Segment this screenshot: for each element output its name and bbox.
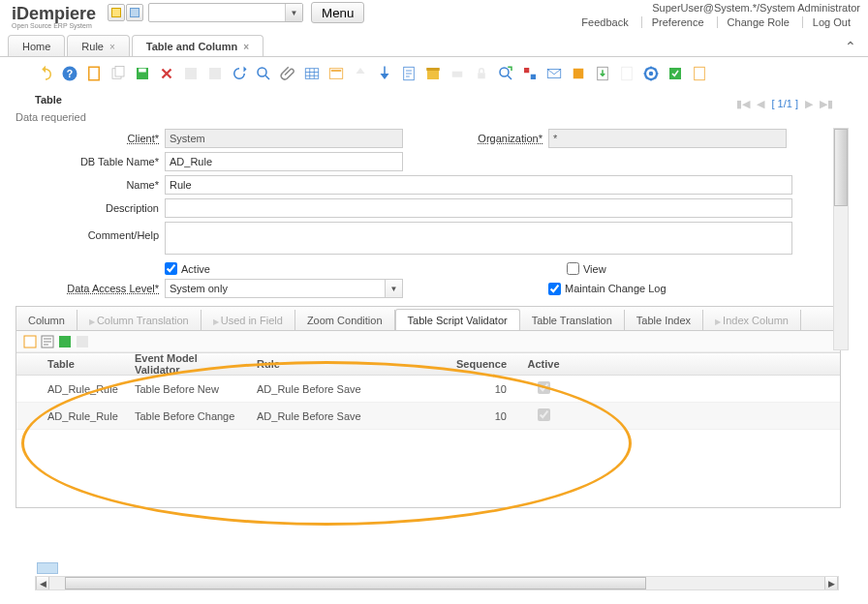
grid-edit-icon[interactable] (40, 334, 55, 349)
subtab-col-trans[interactable]: ▶Column Translation (78, 310, 202, 330)
first-record-icon[interactable]: ▮◀ (736, 97, 750, 110)
lock-icon[interactable] (471, 63, 492, 84)
subtab-zoom[interactable]: Zoom Condition (295, 310, 395, 330)
link-feedback[interactable]: Feedback (572, 16, 637, 28)
report-icon[interactable] (398, 63, 419, 84)
subtab-tbl-trans[interactable]: Table Translation (520, 310, 625, 330)
import-icon[interactable] (616, 63, 637, 84)
link-preference[interactable]: Preference (641, 16, 714, 28)
archive-icon[interactable] (422, 63, 444, 84)
copy-icon[interactable] (108, 63, 129, 84)
grid-delete-icon[interactable] (75, 334, 90, 349)
dropdown-arrow-icon: ▼ (385, 280, 402, 297)
active-cell-checkbox (538, 381, 550, 394)
active-checkbox[interactable] (165, 262, 177, 275)
user-info: SuperUser@System.*/System Administrator (572, 2, 860, 14)
status-message: Data requeried (0, 107, 868, 129)
product-icon[interactable] (568, 63, 589, 84)
record-nav: ▮◀ ◀ [ 1/1 ] ▶ ▶▮ (736, 97, 833, 110)
subtab-idx-col[interactable]: ▶Index Column (703, 310, 801, 330)
dal-label: Data Access Level (67, 283, 159, 294)
close-icon[interactable]: × (243, 42, 249, 52)
tab-table-column[interactable]: Table and Column× (132, 35, 264, 56)
process-icon[interactable] (640, 63, 662, 84)
grid-new-icon[interactable] (22, 334, 38, 349)
subtab-validator[interactable]: Table Script Validator (395, 309, 520, 331)
delete-icon[interactable] (156, 63, 177, 84)
new-note-button[interactable] (108, 4, 125, 21)
svg-rect-7 (185, 68, 197, 79)
svg-rect-33 (77, 336, 88, 347)
parent-icon[interactable] (350, 63, 371, 84)
active-wf-icon[interactable] (519, 63, 541, 84)
subtab-column[interactable]: Column (16, 310, 78, 330)
client-field: System (165, 129, 403, 148)
quick-search-dropdown[interactable]: ▼ (148, 3, 303, 22)
refresh-icon[interactable] (229, 63, 250, 84)
table-row[interactable]: AD_Rule_Rule Table Before Change AD_Rule… (16, 403, 840, 430)
customize-icon[interactable] (665, 63, 686, 84)
svg-rect-29 (695, 67, 705, 80)
export-icon[interactable] (592, 63, 613, 84)
link-change-role[interactable]: Change Role (717, 16, 799, 28)
collapse-icon[interactable]: ⌃ (845, 39, 856, 54)
detail-icon[interactable] (326, 63, 347, 84)
dbtable-label: DB Table Name (80, 156, 159, 167)
svg-rect-30 (24, 336, 36, 347)
subtab-tbl-idx[interactable]: Table Index (625, 310, 703, 330)
zoom-across-icon[interactable] (495, 63, 516, 84)
table-row[interactable]: AD_Rule_Rule Table Before New AD_Rule Be… (16, 376, 840, 403)
help-icon[interactable]: ? (59, 63, 80, 84)
svg-text:?: ? (67, 68, 73, 79)
attachment-icon[interactable] (277, 63, 298, 84)
detail-down-icon[interactable] (374, 63, 395, 84)
close-icon[interactable]: × (109, 42, 115, 52)
mcl-label: Maintain Change Log (565, 283, 666, 294)
request-icon[interactable] (543, 63, 565, 84)
prev-record-icon[interactable]: ◀ (754, 97, 767, 110)
last-record-icon[interactable]: ▶▮ (820, 97, 833, 110)
scroll-left-icon[interactable]: ◀ (36, 577, 49, 589)
active-label: Active (181, 263, 210, 275)
svg-rect-13 (384, 67, 386, 75)
new-icon[interactable] (83, 63, 105, 84)
horizontal-scrollbar[interactable]: ◀ ▶ (35, 576, 839, 590)
dbtable-input[interactable]: AD_Rule (165, 152, 403, 171)
undo-icon[interactable] (35, 63, 56, 84)
view-checkbox[interactable] (567, 262, 579, 275)
org-label: Organization (478, 133, 542, 144)
menu-button[interactable]: Menu (311, 2, 364, 23)
dal-select[interactable]: System only ▼ (165, 279, 403, 298)
link-logout[interactable]: Log Out (802, 16, 860, 28)
svg-rect-8 (209, 68, 221, 79)
grid-header: Table Event Model Validator Rule Sequenc… (16, 352, 840, 376)
new-window-button[interactable] (126, 4, 143, 21)
save-icon[interactable] (132, 63, 153, 84)
svg-rect-32 (59, 336, 71, 347)
dropdown-arrow-icon: ▼ (285, 4, 302, 21)
svg-rect-15 (427, 70, 439, 80)
vertical-scrollbar[interactable] (833, 128, 849, 350)
subtab-used-field[interactable]: ▶Used in Field (202, 310, 295, 330)
svg-rect-12 (331, 70, 342, 72)
name-input[interactable]: Rule (165, 175, 792, 195)
org-field: * (548, 129, 787, 148)
grid-save-icon[interactable] (57, 334, 73, 349)
next-record-icon[interactable]: ▶ (802, 97, 816, 110)
paging-label: [ 1/1 ] (771, 98, 798, 109)
active-cell-checkbox (538, 408, 550, 421)
mcl-checkbox[interactable] (548, 283, 561, 295)
logo: iDempiere Open Source ERP System (8, 2, 100, 31)
print-icon[interactable] (447, 63, 468, 84)
desc-input[interactable] (165, 198, 792, 218)
copy-record-icon[interactable] (204, 63, 226, 84)
svg-rect-23 (574, 69, 584, 79)
comment-textarea[interactable] (165, 222, 792, 255)
save-create-icon[interactable] (180, 63, 202, 84)
grid-icon[interactable] (301, 63, 323, 84)
tab-home[interactable]: Home (8, 35, 65, 56)
csv-icon[interactable] (689, 63, 710, 84)
find-icon[interactable] (253, 63, 274, 84)
tab-rule[interactable]: Rule× (67, 35, 129, 56)
scroll-right-icon[interactable]: ▶ (824, 577, 838, 589)
